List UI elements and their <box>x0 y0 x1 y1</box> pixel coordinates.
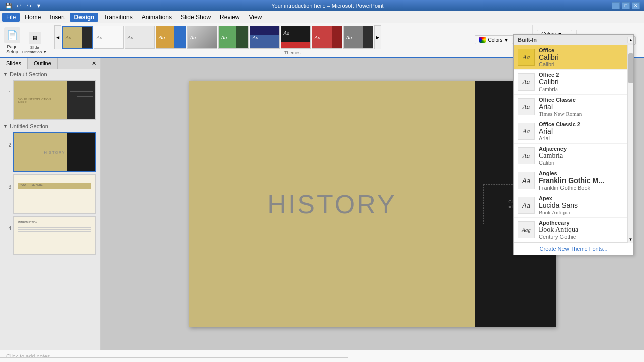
quick-access-toolbar: 💾 ↩ ↪ ▼ <box>4 1 43 10</box>
tab-outline[interactable]: Outline <box>28 58 58 69</box>
font-name-office2: Office 2 <box>539 72 559 78</box>
tab-slides[interactable]: Slides <box>0 58 28 69</box>
canvas-left: HISTORY <box>189 81 475 327</box>
font-heading-apex: Lucida Sans <box>539 201 578 209</box>
title-bar: 💾 ↩ ↪ ▼ Your introduction here – Microso… <box>0 0 644 11</box>
menu-view[interactable]: View <box>245 13 266 22</box>
section-default[interactable]: ▼ Default Section <box>0 69 100 79</box>
window-title: Your introduction here – Microsoft Power… <box>43 3 612 9</box>
slide-thumb-2[interactable]: 2 HISTORY <box>4 132 96 172</box>
font-heading-apothecary: Book Antiqua <box>539 226 578 234</box>
design-toolbar-right: Colors ▼ <box>475 35 513 44</box>
scroll-down-btn[interactable]: ▼ <box>627 236 633 243</box>
font-item-apex[interactable]: Aa Apex Lucida Sans Book Antiqua <box>514 193 633 218</box>
fonts-dropdown-header: Built-In <box>514 35 627 45</box>
font-item-office2[interactable]: Aa Office 2 Calibri Cambria <box>514 70 633 95</box>
themes-scroll-right[interactable]: ▶ <box>374 25 381 49</box>
font-body-apex: Book Antiqua <box>539 209 578 215</box>
menu-animations[interactable]: Animations <box>138 13 176 22</box>
maximize-btn[interactable]: □ <box>622 2 630 9</box>
font-aa-apothecary: Aag <box>518 221 535 238</box>
font-item-adjacency[interactable]: Aa Adjacency Cambria Calibri <box>514 144 633 168</box>
fonts-list-container: Aa Office Calibri Calibri Aa Office 2 Ca… <box>514 45 633 242</box>
menu-transitions[interactable]: Transitions <box>99 13 136 22</box>
font-info-office2: Office 2 Calibri Cambria <box>539 72 559 92</box>
section-default-label: Default Section <box>10 71 47 77</box>
font-aa-office: Aa <box>518 49 535 66</box>
menu-file[interactable]: File <box>2 13 20 22</box>
save-btn[interactable]: 💾 <box>4 1 13 10</box>
font-item-angles[interactable]: Aa Angles Franklin Gothic M... Franklin … <box>514 168 633 193</box>
font-aa-officeclassic: Aa <box>518 98 535 115</box>
slide-orientation-btn[interactable]: 🖥 SlideOrientation ▼ <box>22 32 47 54</box>
font-body-adjacency: Calibri <box>539 160 567 166</box>
minimize-btn[interactable]: ─ <box>612 2 620 9</box>
fonts-scrollbar <box>627 45 633 242</box>
theme-1[interactable]: Aa <box>62 26 93 49</box>
notes-bar[interactable]: Click to add notes <box>0 350 644 362</box>
menu-design[interactable]: Design <box>70 13 98 22</box>
font-aa-office2: Aa <box>518 73 535 90</box>
theme-2[interactable]: Aa <box>94 26 124 49</box>
slide-canvas: HISTORY Click toadd to... <box>189 81 556 327</box>
slide-thumb-1[interactable]: 1 YOUR INTRODUCTIONHERE <box>4 80 96 120</box>
menu-bar: File Home Insert Design Transitions Anim… <box>0 11 644 23</box>
font-name-adjacency: Adjacency <box>539 146 567 152</box>
font-name-office: Office <box>539 47 559 53</box>
font-name-angles: Angles <box>539 170 604 176</box>
font-item-apothecary[interactable]: Aag Apothecary Book Antiqua Century Goth… <box>514 218 633 242</box>
font-name-officeclassic2: Office Classic 2 <box>539 121 580 127</box>
colors-label: Colors ▼ <box>488 37 509 43</box>
page-setup-icon: 📄 <box>4 27 20 43</box>
slides-panel-tabs: Slides Outline ✕ <box>0 58 100 69</box>
close-btn[interactable]: ✕ <box>632 2 640 9</box>
font-item-office[interactable]: Aa Office Calibri Calibri <box>514 45 633 70</box>
window-controls: ─ □ ✕ <box>612 2 640 9</box>
colors-icon <box>479 37 486 43</box>
theme-8[interactable]: Aa <box>281 26 311 49</box>
font-heading-officeclassic: Arial <box>539 103 582 111</box>
create-new-theme-fonts-btn[interactable]: Create New Theme Fonts... <box>514 242 633 255</box>
theme-4[interactable]: Aa <box>156 26 186 49</box>
font-heading-adjacency: Cambria <box>539 152 567 160</box>
scroll-top-spacer: ▲ <box>627 37 633 43</box>
menu-slideshow[interactable]: Slide Show <box>177 13 215 22</box>
font-body-office: Calibri <box>539 61 559 67</box>
font-item-officeclassic2[interactable]: Aa Office Classic 2 Arial Arial <box>514 119 633 144</box>
slide-thumb-3[interactable]: 3 YOUR TITLE HERE <box>4 174 96 214</box>
colors-toolbar-btn[interactable]: Colors ▼ <box>475 35 513 44</box>
font-body-officeclassic2: Arial <box>539 135 580 141</box>
undo-btn[interactable]: ↩ <box>14 1 23 10</box>
font-aa-angles: Aa <box>518 172 535 189</box>
font-info-angles: Angles Franklin Gothic M... Franklin Got… <box>539 170 604 191</box>
theme-3[interactable]: Aa <box>125 26 155 49</box>
theme-5[interactable]: Aa <box>187 26 217 49</box>
menu-insert[interactable]: Insert <box>46 13 69 22</box>
customize-btn[interactable]: ▼ <box>34 1 43 10</box>
themes-scroll-left[interactable]: ◀ <box>54 25 61 49</box>
font-body-angles: Franklin Gothic Book <box>539 185 604 191</box>
close-panel-btn[interactable]: ✕ <box>88 58 100 69</box>
theme-10[interactable]: Aa <box>343 26 373 49</box>
font-aa-officeclassic2: Aa <box>518 123 535 140</box>
theme-6[interactable]: Aa <box>218 26 249 49</box>
slide-2-thumbnail: HISTORY <box>13 132 96 172</box>
menu-home[interactable]: Home <box>21 13 45 22</box>
font-info-apex: Apex Lucida Sans Book Antiqua <box>539 195 578 215</box>
menu-review[interactable]: Review <box>216 13 244 22</box>
slide-thumb-4[interactable]: 4 INTRODUCTION <box>4 216 96 255</box>
font-info-apothecary: Apothecary Book Antiqua Century Gothic <box>539 220 578 240</box>
slide-num-4: 4 <box>4 226 11 231</box>
themes-section-label: Themes <box>54 50 530 55</box>
font-heading-officeclassic2: Arial <box>539 127 580 135</box>
scroll-up-btn[interactable]: ▲ <box>628 37 633 43</box>
theme-9[interactable]: Aa <box>312 26 342 49</box>
theme-7[interactable]: Aa <box>250 26 280 49</box>
themes-row: ◀ Aa Aa Aa Aa Aa <box>54 25 530 49</box>
fonts-scroll-thumb[interactable] <box>628 53 633 83</box>
font-item-officeclassic[interactable]: Aa Office Classic Arial Times New Roman <box>514 95 633 119</box>
slides-panel: Slides Outline ✕ ▼ Default Section 1 YOU… <box>0 58 101 350</box>
slide-num-2: 2 <box>4 142 11 148</box>
section-untitled[interactable]: ▼ Untitled Section <box>0 121 100 131</box>
redo-btn[interactable]: ↪ <box>24 1 33 10</box>
